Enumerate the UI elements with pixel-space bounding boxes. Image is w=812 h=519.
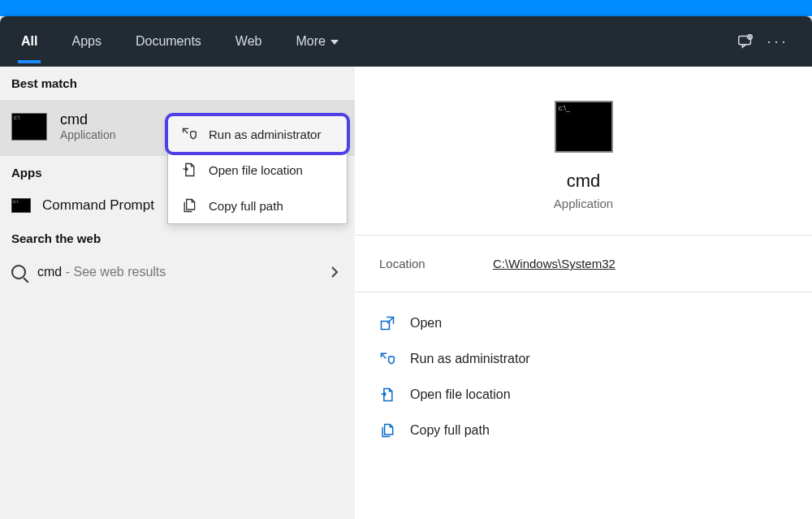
shield-arrow-icon: [379, 351, 395, 367]
cmd-icon: [11, 113, 47, 141]
web-term: cmd: [37, 265, 62, 279]
feedback-icon[interactable]: [729, 32, 762, 50]
action-label: Copy full path: [410, 423, 490, 438]
tab-web[interactable]: Web: [232, 19, 266, 63]
tab-all[interactable]: All: [18, 19, 41, 63]
apps-result-label: Command Prompt: [42, 197, 154, 214]
context-menu: Run as administrator Open file location …: [167, 115, 348, 224]
open-icon: [379, 315, 395, 331]
results-list: Best match cmd Application Apps Command …: [0, 67, 355, 519]
action-label: Open: [410, 316, 442, 331]
action-run-as-administrator[interactable]: Run as administrator: [378, 343, 789, 375]
cmd-icon: [11, 198, 31, 213]
tab-documents[interactable]: Documents: [132, 19, 205, 63]
location-label: Location: [379, 257, 493, 270]
ctx-label: Copy full path: [209, 199, 283, 213]
action-label: Run as administrator: [410, 352, 530, 366]
preview-area: cmd Application: [355, 67, 812, 236]
shield-arrow-icon: [181, 126, 197, 142]
tab-apps[interactable]: Apps: [68, 19, 104, 63]
best-match-title: cmd: [60, 111, 116, 128]
chevron-right-icon: [330, 266, 339, 279]
ctx-open-file-location[interactable]: Open file location: [168, 152, 347, 188]
actions-list: Open Run as administrator Open file loca…: [355, 292, 812, 461]
location-row: Location C:\Windows\System32: [355, 236, 812, 292]
web-suffix: - See web results: [62, 265, 166, 279]
tab-more[interactable]: More: [292, 19, 341, 63]
preview-subtitle: Application: [554, 197, 613, 210]
ctx-copy-full-path[interactable]: Copy full path: [168, 188, 347, 223]
copy-icon: [181, 197, 197, 214]
search-icon: [11, 265, 26, 279]
action-copy-full-path[interactable]: Copy full path: [378, 414, 789, 447]
ctx-label: Run as administrator: [209, 128, 321, 141]
preview-title: cmd: [567, 171, 601, 192]
filter-tabbar: All Apps Documents Web More ···: [0, 16, 812, 67]
location-value[interactable]: C:\Windows\System32: [493, 257, 615, 270]
chevron-down-icon: [330, 40, 339, 45]
best-match-subtitle: Application: [60, 128, 116, 141]
ctx-label: Open file location: [209, 163, 303, 177]
web-result[interactable]: cmd - See web results: [0, 255, 355, 289]
more-options-icon[interactable]: ···: [762, 33, 794, 50]
web-header: Search the web: [0, 222, 355, 255]
search-panel: All Apps Documents Web More ··· Best mat…: [0, 16, 812, 519]
details-pane: cmd Application Location C:\Windows\Syst…: [355, 67, 812, 519]
action-label: Open file location: [410, 387, 511, 402]
file-location-icon: [181, 162, 197, 178]
action-open[interactable]: Open: [378, 307, 789, 340]
best-match-header: Best match: [0, 67, 355, 100]
cmd-icon: [555, 101, 613, 153]
action-open-file-location[interactable]: Open file location: [378, 378, 789, 411]
file-location-icon: [379, 387, 395, 403]
ctx-run-as-administrator[interactable]: Run as administrator: [168, 116, 347, 152]
copy-icon: [379, 422, 395, 439]
